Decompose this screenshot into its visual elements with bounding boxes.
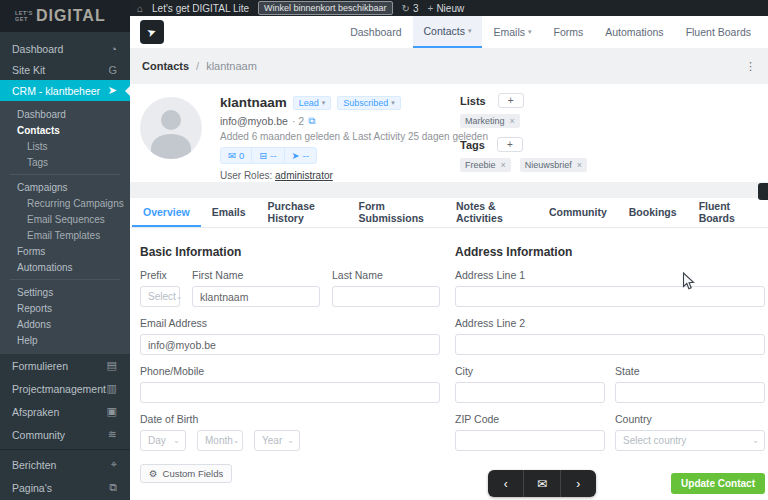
submenu-item-email-templates[interactable]: Email Templates [0, 227, 130, 243]
tab-fluent-boards[interactable]: Fluent Boards [688, 198, 766, 227]
plus-icon: + [428, 3, 434, 14]
address-information-heading: Address Information [455, 245, 765, 259]
city-field[interactable] [455, 382, 605, 403]
close-icon[interactable]: × [577, 160, 582, 170]
submenu-item-settings[interactable]: Settings [0, 284, 130, 300]
country-select[interactable]: Select country ⌄ [615, 430, 765, 451]
logo-small-text: LET'SGET [15, 10, 33, 23]
custom-fields-button[interactable]: ⚙ Custom Fields [140, 464, 232, 483]
tab-bookings[interactable]: Bookings [618, 198, 688, 227]
kanban-icon: ▥ [107, 382, 117, 395]
basic-information-heading: Basic Information [140, 245, 440, 259]
nav-dashboard[interactable]: Dashboard [339, 16, 412, 48]
tag-chip-nieuwsbrief: Nieuwsbrief × [520, 158, 587, 172]
contact-detail-card: Overview Emails Purchase History Form Su… [130, 198, 768, 500]
sidebar-item-paginas[interactable]: Pagina's ⧉ [0, 476, 130, 499]
submenu-item-email-sequences[interactable]: Email Sequences [0, 211, 130, 227]
sidebar-item-community[interactable]: Community ≋ [0, 423, 130, 446]
update-contact-button[interactable]: Update Contact [671, 473, 765, 494]
send-email-button[interactable]: ✉ [523, 470, 559, 497]
click-rate-stat[interactable]: ➤ -- [284, 148, 316, 163]
sidebar-item-site-kit[interactable]: Site Kit G [0, 59, 130, 80]
email-field[interactable] [140, 334, 440, 355]
send-icon: ➤ [292, 150, 300, 161]
dob-month-select[interactable]: Month ⌄ [197, 430, 243, 451]
address-line1-field[interactable] [455, 286, 765, 307]
external-link-icon[interactable]: ⧉ [308, 115, 315, 127]
open-rate-stat[interactable]: ⊟ -- [251, 148, 283, 163]
chevron-down-icon: ⌄ [173, 436, 180, 445]
fluentcrm-logo-icon[interactable]: ➤ [140, 20, 164, 44]
next-contact-button[interactable]: › [560, 470, 596, 497]
submenu-item-automations[interactable]: Automations [0, 259, 130, 275]
submenu-item-help[interactable]: Help [0, 332, 130, 348]
contact-tabs: Overview Emails Purchase History Form Su… [130, 198, 768, 228]
tab-emails[interactable]: Emails [201, 198, 257, 227]
nav-forms[interactable]: Forms [543, 16, 595, 48]
new-content-menu[interactable]: + Nieuw [428, 3, 465, 14]
pin-icon: ⌖ [111, 458, 117, 471]
submenu-item-tags[interactable]: Tags [0, 154, 130, 170]
sidebar-item-projectmanagement[interactable]: Projectmanagement ▥ [0, 377, 130, 400]
kebab-menu-icon[interactable]: ⋮ [745, 60, 756, 73]
subscription-badge[interactable]: Subscribed ▾ [337, 96, 401, 110]
submenu-item-reports[interactable]: Reports [0, 300, 130, 316]
zip-code-field[interactable] [455, 430, 605, 451]
add-tag-button[interactable]: + [497, 137, 523, 152]
tab-notes-activities[interactable]: Notes & Activities [445, 198, 538, 227]
address-line2-field[interactable] [455, 334, 765, 355]
breadcrumb: Contacts / klantnaam ⋮ [130, 48, 768, 84]
sidebar-item-afspraken[interactable]: Afspraken ▣ [0, 400, 130, 423]
shop-notice-badge[interactable]: Winkel binnenkort beschikbaar [258, 1, 393, 15]
nav-fluent-boards[interactable]: Fluent Boards [675, 16, 762, 48]
city-label: City [455, 365, 605, 377]
user-role-link[interactable]: administrator [275, 170, 333, 181]
dob-day-select[interactable]: Day ⌄ [140, 430, 186, 451]
prefix-label: Prefix [140, 269, 180, 281]
submenu-item-lists[interactable]: Lists [0, 138, 130, 154]
nav-emails[interactable]: Emails ▾ [482, 16, 542, 48]
emails-sent-stat[interactable]: ✉ 0 [221, 148, 251, 163]
crm-submenu: Dashboard Contacts Lists Tags Campaigns … [0, 101, 130, 354]
collapsed-panel-tab[interactable] [758, 183, 768, 200]
state-field[interactable] [615, 382, 765, 403]
close-icon[interactable]: × [510, 116, 515, 126]
sidebar-item-dashboard[interactable]: Dashboard ◔ [0, 38, 130, 59]
tab-overview[interactable]: Overview [132, 198, 201, 227]
contact-email: info@myob.be [220, 115, 288, 127]
submenu-item-dashboard[interactable]: Dashboard [0, 106, 130, 122]
nav-automations[interactable]: Automations [594, 16, 674, 48]
status-badge[interactable]: Lead ▾ [293, 96, 332, 110]
sidebar-item-berichten[interactable]: Berichten ⌖ [0, 453, 130, 476]
submenu-item-campaigns[interactable]: Campaigns [0, 179, 130, 195]
submenu-item-forms[interactable]: Forms [0, 243, 130, 259]
sidebar-item-formulieren[interactable]: Formulieren ▤ [0, 354, 130, 377]
nav-contacts[interactable]: Contacts ▾ [413, 16, 483, 48]
chevron-down-icon: ▾ [322, 99, 326, 107]
first-name-field[interactable] [192, 286, 320, 307]
lists-tags-panel: Lists + Marketing × Tags + Freebie × Ni [460, 93, 587, 172]
sidebar-item-crm[interactable]: CRM - klantbeheer ➤ [0, 80, 130, 101]
submenu-item-recurring-campaigns[interactable]: Recurring Campaigns [0, 195, 130, 211]
dashboard-icon: ◔ [110, 43, 117, 55]
tab-purchase-history[interactable]: Purchase History [257, 198, 348, 227]
breadcrumb-contacts[interactable]: Contacts [142, 60, 189, 72]
add-list-button[interactable]: + [498, 93, 524, 108]
dob-year-select[interactable]: Year ⌄ [254, 430, 300, 451]
home-icon[interactable]: ⌂ [137, 3, 143, 14]
prefix-select[interactable]: Select ⌄ [140, 286, 180, 307]
phone-field[interactable] [140, 382, 440, 403]
submenu-item-contacts[interactable]: Contacts [0, 122, 130, 138]
tab-community[interactable]: Community [538, 198, 618, 227]
chevron-down-icon: ▾ [468, 27, 472, 35]
prev-contact-button[interactable]: ‹ [488, 470, 523, 497]
zip-code-label: ZIP Code [455, 413, 605, 425]
last-name-field[interactable] [332, 286, 440, 307]
tab-form-submissions[interactable]: Form Submissions [348, 198, 445, 227]
forms-icon: ▤ [107, 359, 117, 372]
chevron-down-icon: ⌄ [752, 436, 759, 445]
updates-indicator[interactable]: ↻ 3 [402, 3, 419, 14]
close-icon[interactable]: × [501, 160, 506, 170]
submenu-item-addons[interactable]: Addons [0, 316, 130, 332]
site-name-link[interactable]: Let's get DIGITAL Lite [152, 3, 249, 14]
